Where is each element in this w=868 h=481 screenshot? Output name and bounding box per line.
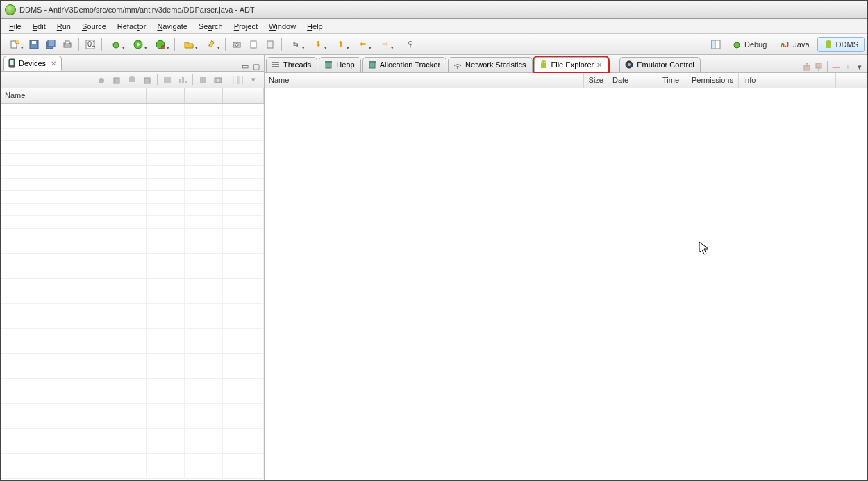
run-button[interactable] (128, 37, 149, 52)
menu-navigate[interactable]: Navigate (151, 20, 192, 33)
file-explorer-body[interactable] (265, 88, 867, 480)
menu-edit[interactable]: Edit (27, 20, 51, 33)
save-all-button[interactable] (43, 37, 58, 52)
java-icon: aJ (781, 40, 790, 49)
trash-icon (142, 75, 152, 85)
perspective-ddms[interactable]: DDMS (817, 37, 865, 52)
maximize-view-icon[interactable]: ▢ (251, 61, 261, 71)
search-button[interactable] (201, 37, 222, 52)
view-menu-button[interactable]: ▾ (247, 74, 260, 86)
pin-button[interactable]: ⚲ (403, 37, 418, 52)
avd-manager-button[interactable]: 010 (83, 37, 98, 52)
android-icon (539, 60, 549, 70)
stop-process-button[interactable] (197, 74, 209, 86)
view-menu-button[interactable]: ▾ (855, 62, 865, 72)
col-name[interactable]: Name (1, 88, 147, 103)
devices-table-body[interactable] (1, 104, 264, 480)
minimize-view-icon[interactable]: ▭ (240, 61, 250, 71)
svg-text:aJ: aJ (781, 40, 789, 49)
reset-adb-button[interactable]: │║│ (232, 74, 244, 86)
svg-rect-51 (816, 63, 821, 68)
tab-file-explorer[interactable]: File Explorer ✕ (534, 57, 609, 72)
forward-arrow-icon: ➡ (382, 40, 388, 49)
col-size[interactable]: Size (584, 73, 608, 88)
separator (225, 38, 226, 51)
separator (174, 38, 175, 51)
separator (192, 74, 193, 85)
up-arrow-icon: ⬆ (337, 40, 344, 49)
close-icon[interactable]: ✕ (596, 61, 602, 69)
close-icon[interactable]: ✕ (51, 60, 56, 67)
screen-capture-button[interactable] (212, 74, 224, 86)
menu-window[interactable]: Window (263, 20, 301, 33)
tab-label: Allocation Tracker (380, 60, 440, 69)
open-type-button[interactable] (178, 37, 199, 52)
col-2[interactable] (147, 88, 185, 103)
tab-devices[interactable]: Devices ✕ (3, 56, 62, 71)
print-button[interactable] (60, 37, 75, 52)
col-permissions[interactable]: Permissions (687, 73, 739, 88)
svg-rect-35 (182, 77, 184, 83)
perspective-java[interactable]: aJ Java (774, 37, 815, 52)
col-3[interactable] (185, 88, 223, 103)
menu-source[interactable]: Source (76, 20, 112, 33)
update-heap-button[interactable] (110, 74, 123, 86)
pull-file-button[interactable] (814, 62, 824, 72)
tab-allocation-tracker[interactable]: Allocation Tracker (362, 57, 446, 72)
dial-icon (624, 60, 634, 70)
dump-button[interactable] (246, 37, 261, 52)
prev-annotation-button[interactable]: ⬆ (330, 37, 351, 52)
menubar: File Edit Run Source Refactor Navigate S… (1, 19, 867, 34)
separator (281, 38, 282, 51)
svg-rect-36 (185, 81, 187, 83)
start-profiling-button[interactable] (176, 74, 189, 86)
trash-icon (324, 60, 333, 70)
menu-file[interactable]: File (3, 20, 27, 33)
tab-heap[interactable]: Heap (319, 57, 360, 72)
save-all-icon (46, 40, 56, 49)
forward-button[interactable]: ➡ (374, 37, 395, 52)
trash-icon (112, 75, 122, 85)
col-date[interactable]: Date (608, 73, 658, 88)
menu-help[interactable]: Help (301, 20, 328, 33)
debug-process-button[interactable] (95, 74, 108, 86)
dump-hprof-button[interactable] (126, 74, 138, 86)
menu-run[interactable]: Run (51, 20, 76, 33)
push-file-button[interactable] (802, 62, 812, 72)
capture-button[interactable] (229, 37, 244, 52)
menu-project[interactable]: Project (228, 20, 263, 33)
delete-button[interactable]: — (831, 62, 841, 72)
cause-gc-button[interactable] (141, 74, 153, 86)
col-time[interactable]: Time (658, 73, 687, 88)
new-folder-button[interactable]: + (843, 62, 853, 72)
tab-label: Threads (283, 60, 311, 69)
back-button[interactable]: ⬅ (352, 37, 373, 52)
bug-icon (111, 40, 121, 49)
debug-button[interactable] (106, 37, 126, 52)
open-perspective-button[interactable] (708, 37, 724, 52)
trash-icon (367, 60, 377, 70)
app-window: DDMS - AntlrV3Demo/src/com/mm/antlrv3dem… (0, 0, 868, 481)
col-4[interactable] (223, 88, 264, 103)
perspective-debug[interactable]: Debug (726, 37, 773, 52)
svg-rect-26 (826, 43, 831, 48)
new-button[interactable] (4, 37, 25, 52)
mouse-cursor (699, 241, 711, 256)
next-annotation-button[interactable]: ⬇ (308, 37, 328, 52)
update-threads-button[interactable] (161, 74, 174, 86)
save-button[interactable] (26, 37, 42, 52)
col-extra[interactable] (836, 73, 867, 88)
external-tools-button[interactable] (150, 37, 171, 52)
col-info[interactable]: Info (739, 73, 836, 88)
indent-icon: ↹ (293, 41, 299, 48)
tab-network-statistics[interactable]: Network Statistics (448, 57, 532, 72)
menu-search[interactable]: Search (193, 20, 228, 33)
col-name[interactable]: Name (265, 73, 584, 88)
toggle-breadcrumb-button[interactable]: ↹ (285, 37, 306, 52)
systrace-button[interactable] (262, 37, 278, 52)
threads-icon (162, 75, 172, 85)
tab-emulator-control[interactable]: Emulator Control (619, 57, 701, 72)
menu-refactor[interactable]: Refactor (112, 20, 152, 33)
bug-icon (732, 40, 742, 49)
tab-threads[interactable]: Threads (266, 57, 317, 72)
